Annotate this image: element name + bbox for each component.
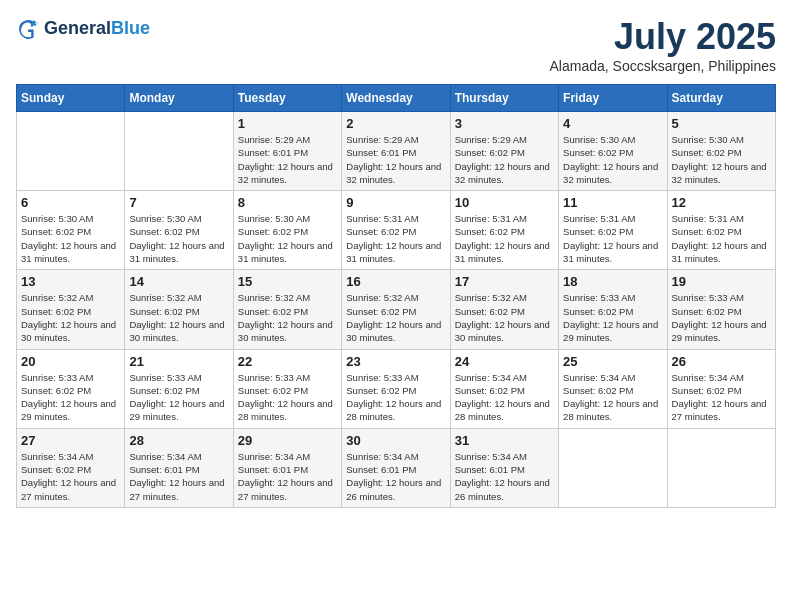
day-number: 12: [672, 195, 771, 210]
calendar-day-cell: 18Sunrise: 5:33 AM Sunset: 6:02 PM Dayli…: [559, 270, 667, 349]
day-number: 25: [563, 354, 662, 369]
day-info: Sunrise: 5:34 AM Sunset: 6:02 PM Dayligh…: [563, 371, 662, 424]
calendar-day-cell: 29Sunrise: 5:34 AM Sunset: 6:01 PM Dayli…: [233, 428, 341, 507]
day-number: 13: [21, 274, 120, 289]
weekday-header: Tuesday: [233, 85, 341, 112]
day-number: 8: [238, 195, 337, 210]
day-info: Sunrise: 5:30 AM Sunset: 6:02 PM Dayligh…: [672, 133, 771, 186]
calendar-day-cell: 27Sunrise: 5:34 AM Sunset: 6:02 PM Dayli…: [17, 428, 125, 507]
calendar-day-cell: 20Sunrise: 5:33 AM Sunset: 6:02 PM Dayli…: [17, 349, 125, 428]
calendar-day-cell: 23Sunrise: 5:33 AM Sunset: 6:02 PM Dayli…: [342, 349, 450, 428]
day-info: Sunrise: 5:34 AM Sunset: 6:01 PM Dayligh…: [346, 450, 445, 503]
calendar-day-cell: [559, 428, 667, 507]
calendar-day-cell: 16Sunrise: 5:32 AM Sunset: 6:02 PM Dayli…: [342, 270, 450, 349]
logo-text: GeneralBlue: [44, 18, 150, 39]
day-info: Sunrise: 5:31 AM Sunset: 6:02 PM Dayligh…: [672, 212, 771, 265]
calendar-week-row: 13Sunrise: 5:32 AM Sunset: 6:02 PM Dayli…: [17, 270, 776, 349]
day-info: Sunrise: 5:29 AM Sunset: 6:01 PM Dayligh…: [238, 133, 337, 186]
calendar-day-cell: 26Sunrise: 5:34 AM Sunset: 6:02 PM Dayli…: [667, 349, 775, 428]
day-info: Sunrise: 5:32 AM Sunset: 6:02 PM Dayligh…: [238, 291, 337, 344]
day-number: 24: [455, 354, 554, 369]
day-info: Sunrise: 5:29 AM Sunset: 6:02 PM Dayligh…: [455, 133, 554, 186]
day-number: 21: [129, 354, 228, 369]
day-info: Sunrise: 5:33 AM Sunset: 6:02 PM Dayligh…: [563, 291, 662, 344]
calendar-day-cell: 30Sunrise: 5:34 AM Sunset: 6:01 PM Dayli…: [342, 428, 450, 507]
day-info: Sunrise: 5:34 AM Sunset: 6:02 PM Dayligh…: [672, 371, 771, 424]
day-info: Sunrise: 5:30 AM Sunset: 6:02 PM Dayligh…: [129, 212, 228, 265]
calendar-week-row: 6Sunrise: 5:30 AM Sunset: 6:02 PM Daylig…: [17, 191, 776, 270]
day-info: Sunrise: 5:33 AM Sunset: 6:02 PM Dayligh…: [21, 371, 120, 424]
calendar-day-cell: 7Sunrise: 5:30 AM Sunset: 6:02 PM Daylig…: [125, 191, 233, 270]
day-info: Sunrise: 5:34 AM Sunset: 6:02 PM Dayligh…: [455, 371, 554, 424]
weekday-header: Sunday: [17, 85, 125, 112]
weekday-header: Friday: [559, 85, 667, 112]
day-number: 10: [455, 195, 554, 210]
month-year: July 2025: [550, 16, 776, 58]
calendar-table: SundayMondayTuesdayWednesdayThursdayFrid…: [16, 84, 776, 508]
calendar-day-cell: 17Sunrise: 5:32 AM Sunset: 6:02 PM Dayli…: [450, 270, 558, 349]
day-number: 14: [129, 274, 228, 289]
calendar-day-cell: 15Sunrise: 5:32 AM Sunset: 6:02 PM Dayli…: [233, 270, 341, 349]
day-number: 4: [563, 116, 662, 131]
calendar-day-cell: 22Sunrise: 5:33 AM Sunset: 6:02 PM Dayli…: [233, 349, 341, 428]
calendar-day-cell: 5Sunrise: 5:30 AM Sunset: 6:02 PM Daylig…: [667, 112, 775, 191]
day-number: 3: [455, 116, 554, 131]
day-number: 22: [238, 354, 337, 369]
day-number: 6: [21, 195, 120, 210]
weekday-header-row: SundayMondayTuesdayWednesdayThursdayFrid…: [17, 85, 776, 112]
day-number: 9: [346, 195, 445, 210]
calendar-day-cell: 28Sunrise: 5:34 AM Sunset: 6:01 PM Dayli…: [125, 428, 233, 507]
day-number: 1: [238, 116, 337, 131]
day-number: 2: [346, 116, 445, 131]
weekday-header: Monday: [125, 85, 233, 112]
calendar-day-cell: 9Sunrise: 5:31 AM Sunset: 6:02 PM Daylig…: [342, 191, 450, 270]
day-number: 20: [21, 354, 120, 369]
logo-general: General: [44, 18, 111, 38]
day-number: 16: [346, 274, 445, 289]
title-block: July 2025 Alamada, Soccsksargen, Philipp…: [550, 16, 776, 74]
day-info: Sunrise: 5:32 AM Sunset: 6:02 PM Dayligh…: [346, 291, 445, 344]
calendar-day-cell: 11Sunrise: 5:31 AM Sunset: 6:02 PM Dayli…: [559, 191, 667, 270]
day-number: 31: [455, 433, 554, 448]
page-header: GeneralBlue July 2025 Alamada, Soccsksar…: [16, 16, 776, 74]
calendar-week-row: 27Sunrise: 5:34 AM Sunset: 6:02 PM Dayli…: [17, 428, 776, 507]
day-number: 15: [238, 274, 337, 289]
calendar-day-cell: 13Sunrise: 5:32 AM Sunset: 6:02 PM Dayli…: [17, 270, 125, 349]
day-number: 11: [563, 195, 662, 210]
day-info: Sunrise: 5:31 AM Sunset: 6:02 PM Dayligh…: [455, 212, 554, 265]
location: Alamada, Soccsksargen, Philippines: [550, 58, 776, 74]
day-info: Sunrise: 5:34 AM Sunset: 6:01 PM Dayligh…: [129, 450, 228, 503]
day-info: Sunrise: 5:29 AM Sunset: 6:01 PM Dayligh…: [346, 133, 445, 186]
day-info: Sunrise: 5:33 AM Sunset: 6:02 PM Dayligh…: [672, 291, 771, 344]
weekday-header: Thursday: [450, 85, 558, 112]
calendar-day-cell: 2Sunrise: 5:29 AM Sunset: 6:01 PM Daylig…: [342, 112, 450, 191]
weekday-header: Saturday: [667, 85, 775, 112]
day-info: Sunrise: 5:32 AM Sunset: 6:02 PM Dayligh…: [455, 291, 554, 344]
day-info: Sunrise: 5:30 AM Sunset: 6:02 PM Dayligh…: [238, 212, 337, 265]
day-number: 28: [129, 433, 228, 448]
day-info: Sunrise: 5:30 AM Sunset: 6:02 PM Dayligh…: [563, 133, 662, 186]
calendar-day-cell: [17, 112, 125, 191]
calendar-day-cell: 24Sunrise: 5:34 AM Sunset: 6:02 PM Dayli…: [450, 349, 558, 428]
calendar-day-cell: 19Sunrise: 5:33 AM Sunset: 6:02 PM Dayli…: [667, 270, 775, 349]
calendar-day-cell: 8Sunrise: 5:30 AM Sunset: 6:02 PM Daylig…: [233, 191, 341, 270]
logo-blue: Blue: [111, 18, 150, 38]
calendar-day-cell: 3Sunrise: 5:29 AM Sunset: 6:02 PM Daylig…: [450, 112, 558, 191]
calendar-day-cell: 1Sunrise: 5:29 AM Sunset: 6:01 PM Daylig…: [233, 112, 341, 191]
day-info: Sunrise: 5:34 AM Sunset: 6:01 PM Dayligh…: [455, 450, 554, 503]
calendar-day-cell: 12Sunrise: 5:31 AM Sunset: 6:02 PM Dayli…: [667, 191, 775, 270]
calendar-day-cell: 4Sunrise: 5:30 AM Sunset: 6:02 PM Daylig…: [559, 112, 667, 191]
day-info: Sunrise: 5:33 AM Sunset: 6:02 PM Dayligh…: [346, 371, 445, 424]
day-number: 18: [563, 274, 662, 289]
day-number: 27: [21, 433, 120, 448]
day-info: Sunrise: 5:33 AM Sunset: 6:02 PM Dayligh…: [129, 371, 228, 424]
day-info: Sunrise: 5:31 AM Sunset: 6:02 PM Dayligh…: [346, 212, 445, 265]
day-number: 26: [672, 354, 771, 369]
logo: GeneralBlue: [16, 16, 150, 40]
day-info: Sunrise: 5:32 AM Sunset: 6:02 PM Dayligh…: [21, 291, 120, 344]
day-number: 23: [346, 354, 445, 369]
day-info: Sunrise: 5:31 AM Sunset: 6:02 PM Dayligh…: [563, 212, 662, 265]
day-info: Sunrise: 5:32 AM Sunset: 6:02 PM Dayligh…: [129, 291, 228, 344]
calendar-day-cell: 6Sunrise: 5:30 AM Sunset: 6:02 PM Daylig…: [17, 191, 125, 270]
logo-icon: [16, 16, 40, 40]
